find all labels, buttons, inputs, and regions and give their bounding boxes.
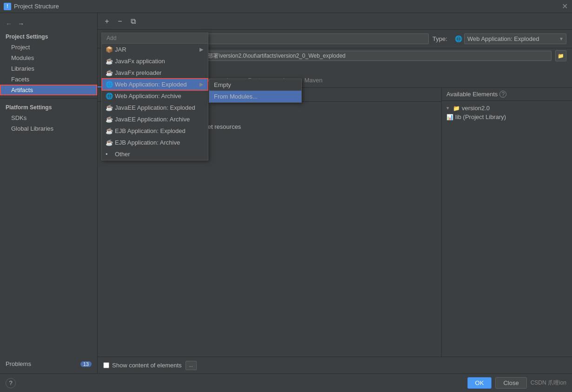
- type-select-wrapper: 🌐 Web Application: Exploded ▼: [455, 33, 566, 44]
- add-dropdown-header: Add: [102, 33, 208, 44]
- dropdown-item-web-archive[interactable]: 🌐 Web Application: Archive: [102, 90, 208, 102]
- problems-badge: 13: [80, 361, 92, 367]
- window-title: Project Structure: [14, 3, 561, 10]
- copy-button[interactable]: ⧉: [127, 16, 139, 27]
- available-help-icon[interactable]: ?: [499, 91, 506, 98]
- sidebar-item-global-libraries[interactable]: Global Libraries: [0, 123, 97, 134]
- project-structure-window: ! Project Structure ✕ ← → Project Settin…: [0, 0, 572, 392]
- nav-arrows: ← →: [0, 17, 97, 31]
- javafx-app-icon: ☕: [106, 58, 113, 65]
- top-toolbar: + Add 📦 JAR ▶ ☕ JavaFx application: [98, 13, 572, 30]
- type-icon: 🌐: [455, 35, 462, 42]
- close-dialog-button[interactable]: Close: [495, 377, 526, 389]
- available-panel: Available Elements ? ▾ 📁 version2.0 📊 li…: [442, 88, 572, 357]
- jar-icon: 📦: [106, 46, 113, 53]
- csdn-label: CSDN 爪哩ion: [531, 379, 566, 387]
- close-button[interactable]: ✕: [561, 3, 568, 10]
- type-label: Type:: [432, 35, 451, 42]
- javafx-preloader-icon: ☕: [106, 69, 113, 76]
- ok-button[interactable]: OK: [467, 377, 492, 389]
- bottom-bar: Show content of elements ...: [98, 357, 572, 373]
- app-icon: !: [4, 3, 11, 10]
- dropdown-item-ejb-archive[interactable]: ☕ EJB Application: Archive: [102, 137, 208, 148]
- version2-icon: 📁: [453, 105, 460, 112]
- add-dropdown: Add 📦 JAR ▶ ☕ JavaFx application ☕: [101, 33, 208, 160]
- sub-item-from-modules[interactable]: From Modules...: [209, 91, 301, 102]
- forward-button[interactable]: →: [16, 19, 26, 29]
- lib-label: lib (Project Library): [455, 113, 506, 120]
- web-archive-icon: 🌐: [106, 93, 113, 100]
- dropdown-item-javaee-exploded[interactable]: ☕ JavaEE Application: Exploded: [102, 102, 208, 113]
- dropdown-item-javafx-app[interactable]: ☕ JavaFx application: [102, 55, 208, 67]
- available-elements-header: Available Elements ?: [442, 88, 572, 101]
- sub-dropdown: Empty From Modules...: [209, 79, 302, 103]
- problems-section: Problems 13: [0, 358, 97, 370]
- javaee-archive-icon: ☕: [106, 116, 113, 123]
- available-elements-content: ▾ 📁 version2.0 📊 lib (Project Library): [442, 101, 572, 357]
- show-content-label: Show content of elements: [112, 362, 182, 369]
- sidebar: ← → Project Settings Project Modules Lib…: [0, 13, 98, 373]
- footer-left: ?: [6, 378, 464, 388]
- sidebar-divider: [0, 98, 97, 99]
- type-select[interactable]: Web Application: Exploded: [464, 33, 566, 44]
- sidebar-item-problems[interactable]: Problems 13: [0, 358, 97, 370]
- javaee-exploded-icon: ☕: [106, 104, 113, 111]
- sidebar-item-libraries[interactable]: Libraries: [0, 63, 97, 74]
- show-content-checkbox[interactable]: [103, 362, 109, 368]
- project-settings-heading: Project Settings: [0, 31, 97, 42]
- add-dropdown-container: + Add 📦 JAR ▶ ☕ JavaFx application: [101, 16, 113, 27]
- sidebar-item-facets[interactable]: Facets: [0, 74, 97, 85]
- sidebar-item-sdks[interactable]: SDKs: [0, 113, 97, 123]
- dropdown-item-javaee-archive[interactable]: ☕ JavaEE Application: Archive: [102, 113, 208, 125]
- main-content: ← → Project Settings Project Modules Lib…: [0, 13, 572, 373]
- dropdown-item-other[interactable]: • Other: [102, 148, 208, 160]
- platform-settings-heading: Platform Settings: [0, 101, 97, 113]
- dropdown-item-javafx-preloader[interactable]: ☕ JavaFx preloader: [102, 67, 208, 79]
- lib-icon: 📊: [446, 114, 453, 120]
- tab-maven[interactable]: Maven: [298, 74, 329, 87]
- help-button[interactable]: ?: [6, 378, 16, 388]
- sidebar-item-artifacts[interactable]: Artifacts: [0, 85, 97, 95]
- sidebar-item-project[interactable]: Project: [0, 42, 97, 53]
- dropdown-item-ejb-exploded[interactable]: ☕ EJB Application: Exploded: [102, 125, 208, 137]
- other-icon: •: [106, 151, 108, 158]
- add-button[interactable]: +: [101, 16, 113, 27]
- dots-button[interactable]: ...: [186, 361, 197, 370]
- sub-item-empty[interactable]: Empty: [209, 79, 301, 91]
- version2-label: version2.0: [462, 105, 490, 112]
- remove-button[interactable]: −: [114, 16, 126, 27]
- output-dir-input[interactable]: [158, 51, 552, 61]
- title-bar: ! Project Structure ✕: [0, 0, 572, 13]
- dropdown-item-jar[interactable]: 📦 JAR ▶: [102, 44, 208, 55]
- version2-expand-icon[interactable]: ▾: [446, 105, 453, 111]
- web-exploded-icon: 🌐: [106, 81, 113, 88]
- available-elements-title: Available Elements: [446, 91, 498, 98]
- available-item-lib[interactable]: 📊 lib (Project Library): [445, 113, 569, 121]
- ejb-exploded-icon: ☕: [106, 127, 113, 134]
- available-item-version2[interactable]: ▾ 📁 version2.0: [445, 104, 569, 113]
- ejb-archive-icon: ☕: [106, 139, 113, 146]
- output-dir-browse-button[interactable]: 📁: [555, 50, 566, 61]
- back-button[interactable]: ←: [4, 19, 14, 29]
- right-panel: + Add 📦 JAR ▶ ☕ JavaFx application: [98, 13, 572, 373]
- jar-arrow-icon: ▶: [200, 47, 203, 53]
- dropdown-item-web-exploded[interactable]: 🌐 Web Application: Exploded ▶ Empty From…: [102, 79, 208, 90]
- web-exploded-arrow-icon: ▶: [200, 81, 203, 87]
- sidebar-item-modules[interactable]: Modules: [0, 53, 97, 63]
- footer: ? OK Close CSDN 爪哩ion: [0, 373, 572, 392]
